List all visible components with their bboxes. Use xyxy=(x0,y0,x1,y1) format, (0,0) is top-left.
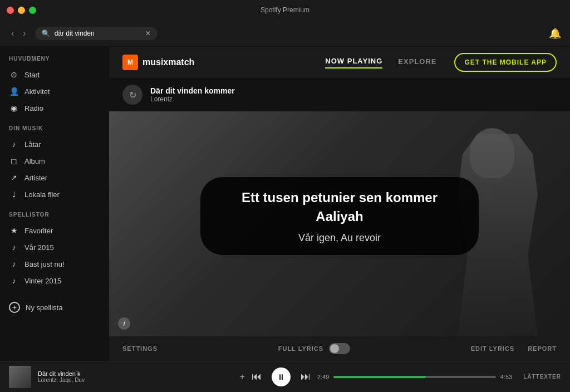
home-icon: ⊙ xyxy=(9,70,19,79)
edit-lyrics-button[interactable]: EDIT LYRICS xyxy=(471,345,514,352)
sidebar-section-music: DIN MUSIK xyxy=(0,125,109,136)
sidebar-item-album[interactable]: ◻ Album xyxy=(0,153,109,169)
titlebar: Spotify Premium xyxy=(0,0,570,20)
new-playlist-label: Ny spellista xyxy=(26,303,62,312)
song-title: Där dit vinden kommer xyxy=(150,86,235,95)
add-to-playlist-icon[interactable]: + xyxy=(239,372,244,382)
notification-icon[interactable]: 🔔 xyxy=(549,27,561,40)
pause-button[interactable]: ⏸ xyxy=(272,367,291,386)
divider-2 xyxy=(0,203,109,212)
full-lyrics-toggle[interactable] xyxy=(329,343,350,354)
search-icon: 🔍 xyxy=(42,30,50,37)
lyrics-area: Ett tusen petunier sen kommer Aaliyah Vå… xyxy=(109,111,570,336)
radio-icon: ◉ xyxy=(9,104,19,112)
sidebar-label-artister: Artister xyxy=(24,174,47,182)
sidebar-label-bast: Bäst just nu! xyxy=(24,260,65,268)
plus-circle-icon: + xyxy=(9,302,20,313)
playlist-icon-2: ♪ xyxy=(9,259,19,268)
sidebar-item-bast[interactable]: ♪ Bäst just nu! xyxy=(0,256,109,272)
sidebar-item-start[interactable]: ⊙ Start xyxy=(0,66,109,83)
minimize-button[interactable] xyxy=(18,7,25,14)
sidebar-section-main: HUVUDMENY xyxy=(0,56,109,66)
song-info-bar: ↻ Där dit vinden kommer Lorentz xyxy=(109,78,570,111)
activity-icon: 👤 xyxy=(9,87,19,96)
lyrics-main-line: Ett tusen petunier sen kommer Aaliyah xyxy=(223,188,456,226)
sidebar-label-radio: Radio xyxy=(24,104,43,112)
sidebar-label-latar: Låtar xyxy=(24,140,41,149)
musixmatch-icon: M xyxy=(122,55,138,70)
forward-button[interactable]: › xyxy=(21,26,28,41)
local-files-icon: ♩ xyxy=(9,190,19,199)
musixmatch-icon-text: M xyxy=(127,58,133,66)
sidebar-label-favoriter: Favoriter xyxy=(24,227,53,235)
search-clear-icon[interactable]: ✕ xyxy=(145,30,151,37)
report-button[interactable]: REPORT xyxy=(528,345,557,352)
sidebar-label-lokala: Lokala filer xyxy=(24,190,60,199)
musixmatch-logo-text: musixmatch xyxy=(142,57,194,67)
search-input[interactable] xyxy=(55,30,138,37)
star-icon: ★ xyxy=(9,226,19,235)
app-title: Spotify Premium xyxy=(261,6,309,14)
song-artist: Lorentz xyxy=(150,95,235,103)
prev-track-button[interactable]: ⏮ xyxy=(252,371,262,383)
progress-section: 2:49 4:53 xyxy=(317,374,512,380)
sidebar-item-favoriter[interactable]: ★ Favoriter xyxy=(0,222,109,239)
current-time: 2:49 xyxy=(317,374,329,380)
now-playing-info: Där dit vinden k Lorentz, Jaqe, Duv xyxy=(38,370,233,383)
lyrics-controls-bar: SETTINGS FULL LYRICS EDIT LYRICS REPORT xyxy=(109,336,570,361)
total-time: 4:53 xyxy=(500,374,512,380)
playlist-icon-1: ♪ xyxy=(9,243,19,252)
sidebar-item-var2015[interactable]: ♪ Vår 2015 xyxy=(0,239,109,256)
new-playlist-button[interactable]: + Ny spellista xyxy=(0,298,109,317)
progress-bar[interactable] xyxy=(333,376,496,378)
song-refresh-icon[interactable]: ↻ xyxy=(122,85,142,105)
musixmatch-header: M musixmatch NOW PLAYING EXPLORE GET THE… xyxy=(109,47,570,78)
settings-button[interactable]: SETTINGS xyxy=(122,345,158,352)
now-playing-title: Där dit vinden k xyxy=(38,370,110,377)
full-lyrics-section: FULL LYRICS xyxy=(278,343,350,354)
sidebar-item-latar[interactable]: ♪ Låtar xyxy=(0,136,109,153)
tab-now-playing[interactable]: NOW PLAYING xyxy=(325,57,382,68)
sidebar-item-vinter2015[interactable]: ♪ Vinter 2015 xyxy=(0,272,109,289)
sidebar-item-radio[interactable]: ◉ Radio xyxy=(0,100,109,116)
full-lyrics-label: FULL LYRICS xyxy=(278,345,323,352)
artists-icon: ↗ xyxy=(9,173,19,182)
content-area: M musixmatch NOW PLAYING EXPLORE GET THE… xyxy=(109,47,570,361)
next-track-button[interactable]: ⏭ xyxy=(301,371,311,383)
sidebar-label-start: Start xyxy=(24,71,40,79)
sidebar-section-playlists: SPELLISTOR xyxy=(0,212,109,222)
toggle-knob xyxy=(330,344,339,353)
divider-1 xyxy=(0,116,109,125)
main-layout: HUVUDMENY ⊙ Start 👤 Aktivitet ◉ Radio DI… xyxy=(0,47,570,361)
musixmatch-tabs: NOW PLAYING EXPLORE xyxy=(325,57,436,68)
sidebar-label-aktivitet: Aktivitet xyxy=(24,87,50,96)
song-info: Där dit vinden kommer Lorentz xyxy=(150,86,235,103)
sidebar-item-lokala[interactable]: ♩ Lokala filer xyxy=(0,186,109,203)
progress-fill xyxy=(333,376,426,378)
nav-arrows: ‹ › xyxy=(9,26,28,41)
lattexter-button[interactable]: LÄTTEXTER xyxy=(523,374,561,380)
close-button[interactable] xyxy=(7,7,14,14)
get-app-button[interactable]: GET THE MOBILE APP xyxy=(454,53,557,72)
now-playing-artist: Lorentz, Jaqe, Duv xyxy=(38,377,233,383)
search-bar: 🔍 ✕ xyxy=(35,27,158,40)
info-icon[interactable]: i xyxy=(118,317,130,330)
track-thumbnail xyxy=(9,366,31,388)
lyrics-sub-line: Vår igen, Au revoir xyxy=(223,232,456,244)
lyrics-pill: Ett tusen petunier sen kommer Aaliyah Vå… xyxy=(200,177,479,255)
back-button[interactable]: ‹ xyxy=(9,26,16,41)
divider-3 xyxy=(0,289,109,298)
playlist-icon-3: ♪ xyxy=(9,276,19,285)
player-controls: ⏮ ⏸ ⏭ xyxy=(252,367,311,386)
maximize-button[interactable] xyxy=(29,7,36,14)
sidebar-label-vinter2015: Vinter 2015 xyxy=(24,277,61,285)
tab-explore[interactable]: EXPLORE xyxy=(398,57,436,68)
album-icon: ◻ xyxy=(9,156,19,165)
sidebar-label-var2015: Vår 2015 xyxy=(24,243,54,252)
sidebar-label-album: Album xyxy=(24,157,45,165)
navbar: ‹ › 🔍 ✕ 🔔 xyxy=(0,20,570,47)
musixmatch-logo: M musixmatch xyxy=(122,55,194,70)
sidebar: HUVUDMENY ⊙ Start 👤 Aktivitet ◉ Radio DI… xyxy=(0,47,109,361)
sidebar-item-aktivitet[interactable]: 👤 Aktivitet xyxy=(0,83,109,100)
sidebar-item-artister[interactable]: ↗ Artister xyxy=(0,169,109,186)
